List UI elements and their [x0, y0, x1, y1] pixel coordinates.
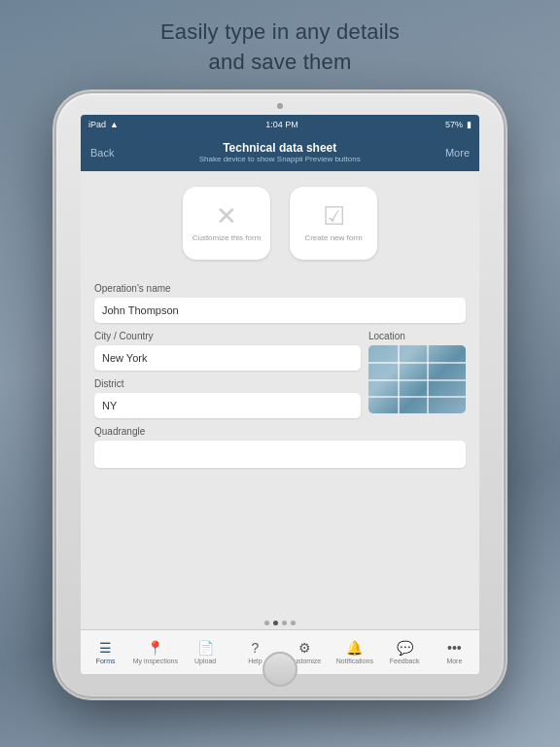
dot-4 [291, 621, 296, 625]
carrier-label: iPad [88, 120, 106, 129]
feedback-label: Feedback [390, 658, 420, 664]
forms-label: Forms [96, 658, 116, 664]
top-text-line2: and save them [209, 50, 352, 74]
checklist-icon: ☑ [323, 203, 345, 229]
customize-icon: ⚙ [298, 640, 311, 656]
map-road-v2 [427, 345, 429, 413]
top-text: Easily type in any details and save them [160, 18, 400, 78]
location-col: Location [368, 323, 466, 413]
ipad-frame: iPad ▲ 1:04 PM 57% ▮ Back Technical data… [56, 93, 504, 696]
map-inner [368, 345, 466, 413]
icon-row: ✕ Customize this form ☑ Create new form [81, 171, 479, 267]
tab-feedback[interactable]: 💬 Feedback [380, 640, 430, 664]
help-label: Help [248, 658, 262, 664]
wifi-icon: ▲ [110, 120, 119, 129]
more-button[interactable]: More [445, 147, 470, 159]
status-bar: iPad ▲ 1:04 PM 57% ▮ [81, 115, 479, 134]
dot-3 [282, 621, 287, 625]
nav-title: Technical data sheet [199, 141, 361, 155]
upload-label: Upload [194, 658, 216, 664]
ipad-screen: iPad ▲ 1:04 PM 57% ▮ Back Technical data… [81, 115, 479, 674]
status-time: 1:04 PM [265, 120, 298, 129]
operations-name-input[interactable] [94, 298, 466, 323]
map-road-h2 [368, 379, 466, 381]
dot-2 [273, 621, 278, 625]
home-button[interactable] [262, 652, 298, 687]
status-left: iPad ▲ [88, 120, 119, 129]
city-location-row: City / Country District Location [94, 323, 466, 418]
create-form-label: Create new form [304, 233, 362, 242]
map-road-h1 [368, 362, 466, 364]
notifications-icon: 🔔 [346, 640, 363, 656]
quadrangle-input[interactable] [94, 441, 466, 468]
operations-name-label: Operation's name [94, 283, 466, 294]
nav-title-group: Technical data sheet Shake device to sho… [199, 141, 361, 163]
form-area: Operation's name City / Country District… [81, 267, 479, 617]
district-input[interactable] [94, 393, 361, 418]
dot-1 [264, 621, 269, 625]
status-right: 57% ▮ [445, 120, 472, 129]
create-form-card[interactable]: ☑ Create new form [290, 187, 377, 260]
navigation-bar: Back Technical data sheet Shake device t… [81, 134, 479, 171]
customize-form-card[interactable]: ✕ Customize this form [183, 187, 270, 260]
more-label: More [446, 658, 462, 664]
inspections-icon: 📍 [147, 640, 163, 656]
tab-notifications[interactable]: 🔔 Notifications [330, 640, 379, 664]
map-road-v1 [398, 345, 400, 413]
tab-inspections[interactable]: 📍 My inspections [130, 640, 180, 664]
screen-content: ✕ Customize this form ☑ Create new form … [81, 171, 479, 674]
battery-label: 57% [445, 120, 463, 129]
tab-forms[interactable]: ☰ Forms [81, 640, 130, 664]
location-label: Location [368, 331, 466, 341]
more-icon: ••• [447, 640, 462, 656]
nav-subtitle: Shake device to show Snappii Preview but… [199, 155, 361, 163]
city-country-input[interactable] [94, 345, 361, 371]
feedback-icon: 💬 [397, 640, 413, 656]
camera-dot [277, 103, 283, 109]
city-country-label: City / Country [94, 331, 361, 341]
top-text-line1: Easily type in any details [160, 19, 400, 44]
district-label: District [94, 378, 361, 389]
customize-form-label: Customize this form [192, 233, 262, 242]
city-col: City / Country District [94, 323, 361, 418]
upload-icon: 📄 [197, 640, 214, 656]
map-thumbnail[interactable] [368, 345, 466, 413]
inspections-label: My inspections [133, 658, 178, 664]
tab-more[interactable]: ••• More [430, 640, 479, 664]
back-button[interactable]: Back [90, 147, 114, 159]
page-dots [81, 617, 479, 629]
help-icon: ? [251, 640, 259, 656]
quadrangle-label: Quadrangle [94, 426, 466, 437]
wrench-icon: ✕ [216, 203, 237, 229]
page-wrapper: Easily type in any details and save them… [0, 0, 560, 747]
notifications-label: Notifications [336, 658, 373, 664]
battery-icon: ▮ [467, 120, 472, 129]
map-road-h3 [368, 396, 466, 398]
forms-icon: ☰ [99, 640, 112, 656]
tab-upload[interactable]: 📄 Upload [181, 640, 230, 664]
